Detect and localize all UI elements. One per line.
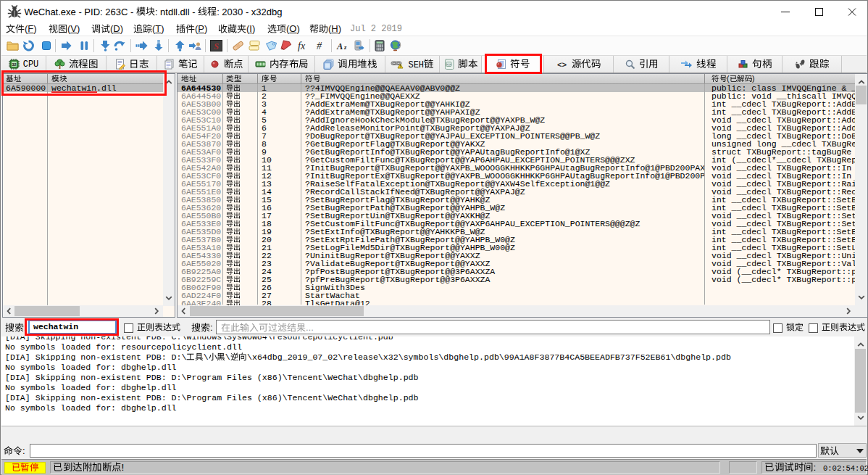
svg-text:32: 32 xyxy=(12,62,16,67)
svg-text:fx: fx xyxy=(298,41,306,51)
svg-text:z: z xyxy=(343,44,347,51)
svg-text:<>: <> xyxy=(557,61,567,70)
svg-text:S: S xyxy=(214,41,219,51)
svg-text:A: A xyxy=(336,41,343,51)
svg-text:#: # xyxy=(317,41,322,51)
svg-text:<>: <> xyxy=(446,62,452,67)
svg-text:!: ! xyxy=(400,64,401,68)
